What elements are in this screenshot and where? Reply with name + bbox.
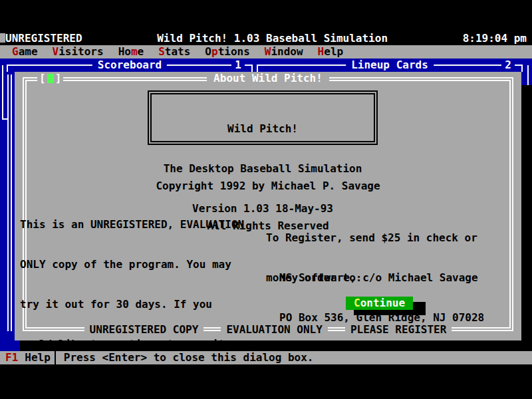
window-border (2, 65, 3, 120)
statusbar-divider (55, 351, 56, 364)
continue-button[interactable]: Continue (346, 297, 413, 310)
menu-help[interactable]: Help (318, 45, 344, 59)
window-border (11, 74, 12, 331)
menu-window[interactable]: Window (265, 45, 303, 59)
app-titlebar: UNREGISTERED Wild Pitch! 1.03 Baseball S… (0, 32, 532, 45)
clock: 8:19:04 pm (463, 32, 527, 45)
screen: UNREGISTERED Wild Pitch! 1.03 Baseball S… (0, 0, 532, 399)
flag-unregistered-copy: UNREGISTERED COPY (84, 323, 204, 336)
dialog-shadow (521, 85, 532, 351)
window-scoreboard-titlebar[interactable]: Scoreboard 1 (7, 59, 253, 72)
window-lineup-cards-title: Lineup Cards (346, 59, 434, 72)
window-lineup-cards-titlebar[interactable]: Lineup Cards 2 (257, 59, 523, 72)
window-lineup-cards-number: 2 (501, 59, 515, 72)
window-scoreboard-title: Scoreboard (92, 59, 167, 72)
window-border (7, 74, 9, 331)
screen-edge-artifact (0, 33, 5, 43)
footer-flags: UNREGISTERED COPY EVALUATION ONLY PLEASE… (15, 323, 521, 336)
menu-visitors[interactable]: Visitors (53, 45, 104, 59)
program-info-box: Wild Pitch! The Desktop Baseball Simulat… (148, 90, 378, 145)
statusbar: F1 Help Press <Enter> to close this dial… (0, 351, 532, 364)
desktop: Scoreboard 1 Lineup Cards 2 [] About Wil… (0, 59, 532, 351)
window-scoreboard-number: 1 (231, 59, 245, 72)
app-title: Wild Pitch! 1.03 Baseball Simulation (157, 32, 388, 45)
menubar: Game Visitors Home Stats Options Window … (0, 45, 532, 59)
evaluation-notice: This is an UNREGISTERED, EVALUATION ONLY… (20, 192, 244, 399)
window-border (7, 65, 8, 72)
f1-key-hint[interactable]: F1 (5, 351, 18, 364)
window-border (527, 65, 529, 85)
window-border (521, 65, 523, 72)
menu-stats[interactable]: Stats (158, 45, 190, 59)
statusbar-message: Press <Enter> to close this dialog box. (64, 351, 314, 364)
about-dialog: [] About Wild Pitch! Wild Pitch! The Des… (15, 72, 521, 340)
registration-status: UNREGISTERED (5, 32, 82, 45)
close-button[interactable]: [] (37, 72, 63, 85)
menu-options[interactable]: Options (205, 45, 249, 59)
flag-please-register: PLEASE REGISTER (345, 323, 452, 336)
f1-key-label[interactable]: Help (25, 351, 51, 364)
close-icon (47, 74, 54, 83)
dialog-title: About Wild Pitch! (207, 72, 329, 85)
program-name: Wild Pitch! (152, 122, 374, 136)
menu-home[interactable]: Home (118, 45, 144, 59)
window-border (257, 65, 258, 72)
flag-evaluation-only: EVALUATION ONLY (221, 323, 328, 336)
window-border (251, 65, 253, 72)
menu-game[interactable]: Game (12, 45, 38, 59)
